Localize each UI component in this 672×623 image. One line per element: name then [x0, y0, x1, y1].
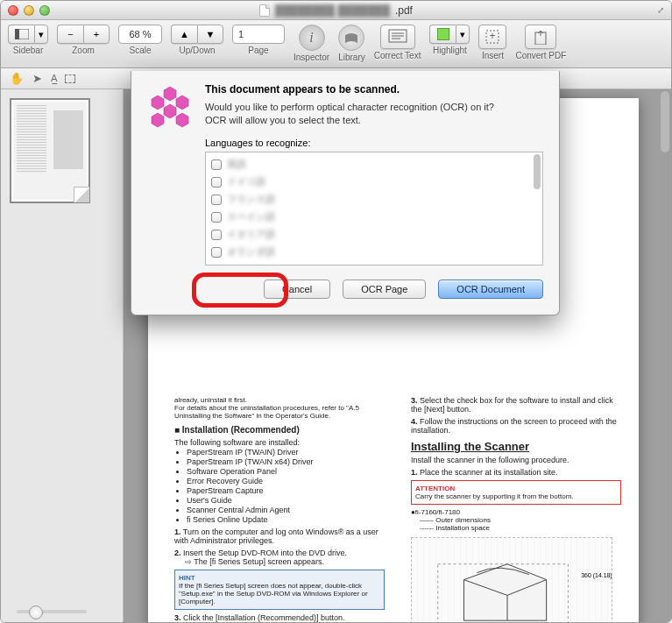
zoom-window-button[interactable] [39, 5, 50, 16]
dialog-body-2: OCR will allow you to select the text. [205, 115, 361, 125]
language-checkbox[interactable] [211, 177, 222, 188]
languages-scrollbar[interactable] [534, 154, 541, 263]
thumbnail-size-slider[interactable] [17, 610, 87, 613]
language-checkbox[interactable] [211, 195, 222, 205]
language-row[interactable]: ドイツ語 [211, 173, 530, 191]
page-label: Page [248, 46, 268, 55]
attention-box: ATTENTION Carry the scanner by supportin… [411, 480, 621, 505]
library-button[interactable] [338, 25, 364, 51]
app-window: ████████ ███████.pdf ⤢ ▾ Sidebar − + Zoo… [0, 0, 672, 623]
document-icon [259, 4, 270, 17]
svg-text:360 (14.18): 360 (14.18) [581, 572, 612, 579]
install-rec-heading: Installation (Recommended) [182, 425, 300, 435]
installing-scanner-intro: Install the scanner in the following pro… [411, 456, 621, 464]
legend-install: ------ Installation space [411, 524, 621, 532]
ocr-dialog: This document appears to be scanned. Wou… [131, 71, 560, 315]
language-checkbox[interactable] [211, 159, 222, 170]
language-row[interactable]: イタリア語 [211, 226, 530, 244]
software-item: User's Guide [187, 496, 385, 505]
svg-rect-1 [15, 29, 19, 39]
correct-text-label: Correct Text [374, 51, 421, 60]
scanner-step-1: Place the scanner at its installation si… [420, 468, 558, 477]
scale-input[interactable] [118, 25, 162, 44]
zoom-label: Zoom [72, 46, 95, 55]
install-rec-intro: The following software are installed: [174, 438, 385, 447]
step-3-left: Click the [Installation (Recommended)] b… [183, 613, 345, 622]
software-item: Software Operation Panel [187, 467, 385, 476]
convert-pdf-button[interactable] [525, 25, 556, 49]
text-select-tool-icon[interactable]: A̲ [51, 73, 56, 84]
highlight-button[interactable] [429, 25, 456, 44]
insert-icon: + [485, 29, 500, 45]
sidebar-toggle-button[interactable] [8, 25, 34, 44]
sidebar-dropdown-button[interactable]: ▾ [34, 25, 48, 44]
language-row[interactable]: オランダ語 [211, 244, 530, 261]
inspector-button[interactable]: i [299, 25, 325, 51]
step-3-right: Select the check box for the software to… [411, 396, 613, 414]
languages-label: Languages to recognize: [205, 138, 543, 148]
language-checkbox[interactable] [211, 212, 222, 223]
insert-button[interactable]: + [478, 25, 506, 49]
updown-label: Up/Down [179, 46, 215, 55]
marquee-tool-icon[interactable] [65, 74, 75, 83]
sidebar-label: Sidebar [13, 46, 43, 55]
correct-text-icon [388, 29, 407, 45]
language-name: スペイン語 [227, 210, 275, 223]
language-name: ドイツ語 [227, 175, 265, 188]
page-up-button[interactable]: ▲ [171, 25, 197, 44]
dialog-heading: This document appears to be scanned. [205, 83, 543, 96]
zoom-in-button[interactable]: + [83, 25, 110, 44]
svg-marker-18 [152, 113, 164, 127]
model-line: ●fi-7160/fi-7180 [411, 508, 621, 516]
title-bar: ████████ ███████.pdf ⤢ [1, 1, 671, 20]
software-item: Error Recovery Guide [187, 477, 385, 485]
fullscreen-icon[interactable]: ⤢ [657, 5, 664, 15]
scanner-dimensions-figure: 360 (14.18) 700(27.56) 400 (15.75) 500 U… [411, 537, 612, 622]
zoom-out-button[interactable]: − [57, 25, 83, 44]
software-item: Scanner Central Admin Agent [187, 506, 385, 514]
hand-tool-icon[interactable]: ✋ [10, 72, 24, 85]
minimize-window-button[interactable] [24, 5, 34, 16]
language-name: 英語 [227, 158, 246, 171]
arrow-tool-icon[interactable]: ➤ [32, 72, 42, 85]
software-item: PaperStream IP (TWAIN x64) Driver [187, 457, 385, 466]
step-1: Turn on the computer and log onto Window… [174, 527, 378, 545]
page-down-button[interactable]: ▼ [197, 25, 223, 44]
ocr-app-icon [147, 83, 193, 129]
ocr-page-button[interactable]: OCR Page [343, 280, 426, 299]
language-name: オランダ語 [227, 245, 275, 258]
svg-marker-17 [164, 104, 176, 118]
language-row[interactable]: 英語 [211, 156, 530, 173]
cancel-button[interactable]: Cancel [264, 280, 330, 299]
uninstall-note: already, uninstall it first. For details… [174, 396, 385, 420]
page-input[interactable] [232, 25, 285, 44]
step-4-right: Follow the instructions on the screen to… [411, 417, 617, 435]
language-row[interactable]: スペイン語 [211, 209, 530, 226]
dialog-body-1: Would you like to perform optical charac… [205, 102, 494, 112]
svg-marker-19 [176, 113, 188, 127]
languages-list[interactable]: 英語ドイツ語フランス語スペイン語イタリア語オランダ語 [205, 152, 543, 265]
svg-marker-15 [152, 96, 164, 110]
language-checkbox[interactable] [211, 230, 222, 240]
page-thumbnail-1[interactable] [10, 98, 90, 203]
thumbnail-sidebar [1, 89, 124, 622]
legend-outer: —— Outer dimensions [411, 516, 621, 524]
language-checkbox[interactable] [211, 247, 222, 258]
library-icon [344, 32, 358, 44]
close-window-button[interactable] [8, 5, 18, 16]
step-2: Insert the Setup DVD-ROM into the DVD dr… [183, 549, 347, 557]
correct-text-button[interactable] [380, 25, 415, 49]
highlight-dropdown-button[interactable]: ▾ [456, 25, 470, 44]
svg-marker-14 [164, 87, 176, 101]
software-item: PaperStream Capture [187, 486, 385, 495]
language-row[interactable]: フランス語 [211, 191, 530, 209]
inspector-label: Inspector [294, 53, 329, 62]
software-item: fi Series Online Update [187, 515, 385, 524]
vertical-scrollbar[interactable] [661, 91, 669, 613]
convert-pdf-icon [532, 29, 549, 45]
ocr-document-button[interactable]: OCR Document [438, 280, 543, 299]
hint-box: HINT If the [fi Series Setup] screen doe… [174, 570, 385, 610]
language-name: フランス語 [227, 193, 275, 206]
step-2-sub: The [fi Series Setup] screen appears. [194, 557, 324, 566]
software-list: PaperStream IP (TWAIN) DriverPaperStream… [174, 448, 385, 524]
